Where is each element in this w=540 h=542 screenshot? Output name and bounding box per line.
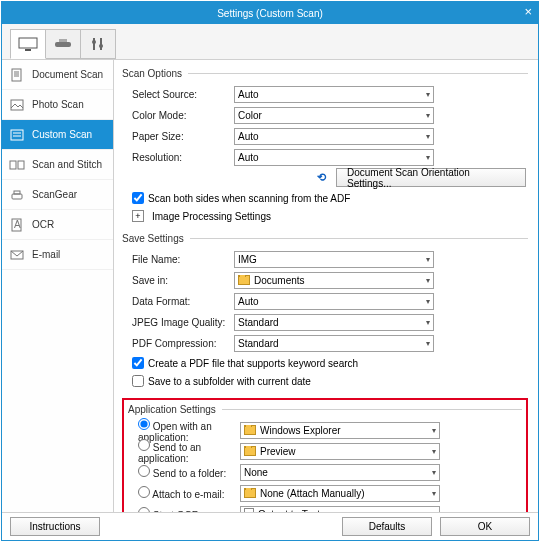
ok-button[interactable]: OK bbox=[440, 517, 530, 536]
sidebar-item-label: OCR bbox=[32, 219, 54, 230]
color-mode-dropdown[interactable]: Color▾ bbox=[234, 107, 434, 124]
folder-icon bbox=[244, 446, 256, 456]
send-app-radio[interactable] bbox=[138, 439, 150, 451]
data-format-label: Data Format: bbox=[122, 296, 234, 307]
open-app-radio[interactable] bbox=[138, 418, 150, 430]
application-settings-legend: Application Settings bbox=[128, 404, 222, 415]
keyword-search-label: Create a PDF file that supports keyword … bbox=[148, 358, 358, 369]
monitor-icon bbox=[17, 36, 39, 52]
sidebar-item-scan-stitch[interactable]: Scan and Stitch bbox=[2, 150, 113, 180]
subfolder-checkbox[interactable] bbox=[132, 375, 144, 387]
chevron-down-icon: ▾ bbox=[426, 153, 430, 162]
ocr-icon: A bbox=[8, 218, 26, 232]
resolution-dropdown[interactable]: Auto▾ bbox=[234, 149, 434, 166]
both-sides-checkbox[interactable] bbox=[132, 192, 144, 204]
svg-rect-3 bbox=[59, 39, 67, 42]
pdf-compression-label: PDF Compression: bbox=[122, 338, 234, 349]
refresh-icon[interactable]: ⟲ bbox=[314, 171, 328, 184]
svg-text:A: A bbox=[14, 219, 21, 230]
select-source-dropdown[interactable]: Auto▾ bbox=[234, 86, 434, 103]
content-panel: Scan Options Select Source:Auto▾ Color M… bbox=[114, 60, 538, 512]
defaults-button[interactable]: Defaults bbox=[342, 517, 432, 536]
sidebar-item-document-scan[interactable]: Document Scan bbox=[2, 60, 113, 90]
sidebar-item-ocr[interactable]: AOCR bbox=[2, 210, 113, 240]
chevron-down-icon: ▾ bbox=[426, 339, 430, 348]
svg-rect-8 bbox=[12, 69, 21, 81]
jpeg-quality-dropdown[interactable]: Standard▾ bbox=[234, 314, 434, 331]
save-settings-group: Save Settings File Name:IMG▾ Save in:Doc… bbox=[122, 233, 528, 392]
svg-rect-16 bbox=[10, 161, 16, 169]
svg-rect-0 bbox=[19, 38, 37, 48]
svg-rect-18 bbox=[12, 194, 22, 199]
sidebar-item-email[interactable]: E-mail bbox=[2, 240, 113, 270]
chevron-down-icon: ▾ bbox=[426, 132, 430, 141]
titlebar: Settings (Custom Scan) × bbox=[2, 2, 538, 24]
sidebar-item-label: Custom Scan bbox=[32, 129, 92, 140]
open-app-dropdown[interactable]: Windows Explorer▾ bbox=[240, 422, 440, 439]
scan-options-group: Scan Options Select Source:Auto▾ Color M… bbox=[122, 68, 528, 227]
sidebar-item-custom-scan[interactable]: Custom Scan bbox=[2, 120, 113, 150]
instructions-button[interactable]: Instructions bbox=[10, 517, 100, 536]
send-app-dropdown[interactable]: Preview▾ bbox=[240, 443, 440, 460]
sliders-icon bbox=[87, 36, 109, 52]
folder-icon bbox=[238, 275, 250, 285]
chevron-down-icon: ▾ bbox=[426, 111, 430, 120]
sidebar-item-photo-scan[interactable]: Photo Scan bbox=[2, 90, 113, 120]
custom-icon bbox=[8, 128, 26, 142]
send-folder-label: Send to a folder: bbox=[153, 468, 226, 479]
file-name-label: File Name: bbox=[122, 254, 234, 265]
svg-rect-17 bbox=[18, 161, 24, 169]
select-source-label: Select Source: bbox=[122, 89, 234, 100]
chevron-down-icon: ▾ bbox=[432, 447, 436, 456]
attach-email-dropdown[interactable]: None (Attach Manually)▾ bbox=[240, 485, 440, 502]
send-folder-radio[interactable] bbox=[138, 465, 150, 477]
chevron-down-icon: ▾ bbox=[426, 90, 430, 99]
application-settings-group: Application Settings Open with an applic… bbox=[128, 404, 522, 512]
folder-icon bbox=[244, 425, 256, 435]
sidebar-item-scangear[interactable]: ScanGear bbox=[2, 180, 113, 210]
orientation-settings-button[interactable]: Document Scan Orientation Settings... bbox=[336, 168, 526, 187]
chevron-down-icon: ▾ bbox=[426, 318, 430, 327]
email-icon bbox=[8, 248, 26, 262]
scangear-icon bbox=[8, 188, 26, 202]
pdf-compression-dropdown[interactable]: Standard▾ bbox=[234, 335, 434, 352]
save-in-label: Save in: bbox=[122, 275, 234, 286]
window-title: Settings (Custom Scan) bbox=[217, 8, 323, 19]
sidebar-item-label: E-mail bbox=[32, 249, 60, 260]
settings-window: Settings (Custom Scan) × Document Scan P… bbox=[1, 1, 539, 541]
svg-point-7 bbox=[99, 44, 103, 48]
close-icon[interactable]: × bbox=[524, 4, 532, 19]
scan-options-legend: Scan Options bbox=[122, 68, 188, 79]
chevron-down-icon: ▾ bbox=[432, 489, 436, 498]
keyword-search-checkbox[interactable] bbox=[132, 357, 144, 369]
send-folder-dropdown[interactable]: None▾ bbox=[240, 464, 440, 481]
data-format-dropdown[interactable]: Auto▾ bbox=[234, 293, 434, 310]
svg-rect-19 bbox=[14, 191, 20, 194]
chevron-down-icon: ▾ bbox=[426, 255, 430, 264]
sidebar-item-label: ScanGear bbox=[32, 189, 77, 200]
chevron-down-icon: ▾ bbox=[432, 426, 436, 435]
photo-icon bbox=[8, 98, 26, 112]
tab-scan-from-computer[interactable] bbox=[10, 29, 46, 59]
paper-size-dropdown[interactable]: Auto▾ bbox=[234, 128, 434, 145]
save-in-dropdown[interactable]: Documents▾ bbox=[234, 272, 434, 289]
attach-email-radio[interactable] bbox=[138, 486, 150, 498]
svg-point-6 bbox=[92, 40, 96, 44]
both-sides-label: Scan both sides when scanning from the A… bbox=[148, 193, 350, 204]
paper-size-label: Paper Size: bbox=[122, 131, 234, 142]
folder-icon bbox=[244, 488, 256, 498]
subfolder-label: Save to a subfolder with current date bbox=[148, 376, 311, 387]
chevron-down-icon: ▾ bbox=[426, 297, 430, 306]
bottom-bar: Instructions Defaults OK bbox=[2, 512, 538, 540]
application-settings-highlight: Application Settings Open with an applic… bbox=[122, 398, 528, 512]
tab-general-settings[interactable] bbox=[80, 29, 116, 59]
sidebar-item-label: Document Scan bbox=[32, 69, 103, 80]
attach-email-label: Attach to e-mail: bbox=[152, 489, 224, 500]
sidebar-item-label: Photo Scan bbox=[32, 99, 84, 110]
file-name-combo[interactable]: IMG▾ bbox=[234, 251, 434, 268]
svg-rect-2 bbox=[55, 42, 71, 47]
resolution-label: Resolution: bbox=[122, 152, 234, 163]
expand-icon[interactable]: + bbox=[132, 210, 144, 222]
scanner-icon bbox=[52, 36, 74, 52]
tab-scan-from-panel[interactable] bbox=[45, 29, 81, 59]
